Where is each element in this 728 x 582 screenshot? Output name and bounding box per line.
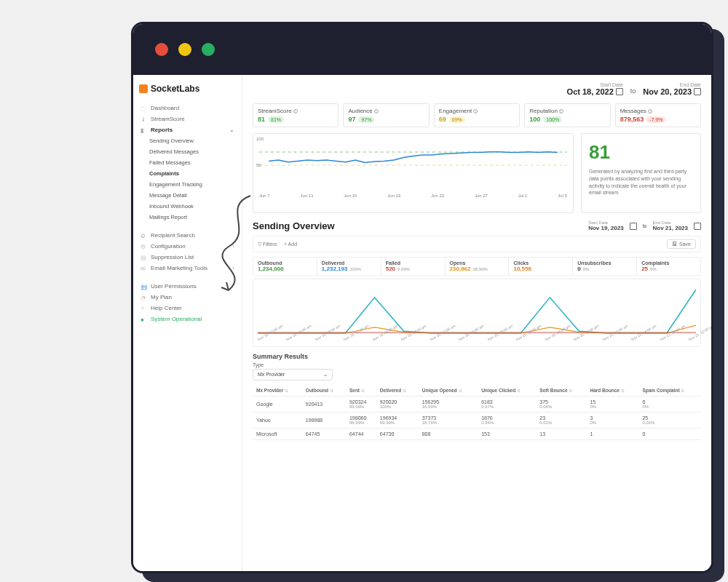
nav-reports-delivered-messages[interactable]: Delivered Messages bbox=[139, 146, 236, 157]
score-summary: 81 Generated by analyzing first and thir… bbox=[581, 133, 701, 213]
filters-label: ▽ Filters: bbox=[258, 242, 278, 247]
type-label: Type bbox=[253, 362, 701, 367]
main-content: Start Date Oct 18, 2022 to End Date Nov … bbox=[242, 75, 711, 571]
calendar-icon[interactable] bbox=[694, 223, 701, 230]
score-description: Generated by analyzing first and third-p… bbox=[589, 168, 693, 196]
nav-email-tools[interactable]: ✉Email Marketing Tools› bbox=[139, 263, 236, 274]
calendar-icon[interactable] bbox=[630, 223, 637, 230]
nav-reports-message-detail[interactable]: Message Detail bbox=[139, 190, 236, 201]
info-icon[interactable]: i bbox=[559, 109, 563, 113]
col-outbound[interactable]: Outbound ⇅ bbox=[302, 385, 346, 396]
metrics-row: Outbound 1,234,000Delivered 1,232,193100… bbox=[253, 257, 701, 276]
kpi-engagement[interactable]: Engagementi 6969% bbox=[434, 103, 520, 127]
nav-suppression[interactable]: ▤Suppression List bbox=[139, 252, 236, 263]
table-row[interactable]: Google 920413 92032499.96% 920020100% 15… bbox=[253, 396, 701, 412]
sidebar: SocketLabs ◌Dashboard 🌡StreamScore ▮Repo… bbox=[133, 75, 242, 571]
kpi-streamscore[interactable]: StreamScorei 8181% bbox=[253, 103, 339, 127]
end-date-label: End Date bbox=[643, 82, 701, 87]
nav-help[interactable]: ?Help Center bbox=[139, 303, 236, 314]
window-minimize-icon[interactable] bbox=[178, 43, 191, 56]
nav-recipient-search[interactable]: ✿Recipient Search bbox=[139, 230, 236, 241]
chevron-down-icon: ⌄ bbox=[229, 127, 234, 133]
window-close-icon[interactable] bbox=[155, 43, 168, 56]
add-filter-button[interactable]: + Add bbox=[284, 242, 297, 247]
nav-reports-engagement-tracking[interactable]: Engagement Tracking bbox=[139, 179, 236, 190]
sort-icon: ⇅ bbox=[330, 388, 333, 393]
table-row[interactable]: Yahoo 198988 19806099.99% 19693499.99% 3… bbox=[253, 412, 701, 428]
nav-dashboard[interactable]: ◌Dashboard bbox=[139, 103, 236, 113]
window-titlebar bbox=[133, 24, 711, 75]
sort-icon: ⇅ bbox=[361, 388, 365, 393]
info-icon[interactable]: i bbox=[473, 109, 478, 113]
col-soft-bounce[interactable]: Soft Bounce ⇅ bbox=[536, 385, 586, 396]
brand-name: SocketLabs bbox=[151, 84, 199, 94]
window-maximize-icon[interactable] bbox=[202, 43, 215, 56]
sort-icon: ⇅ bbox=[459, 388, 462, 393]
save-button[interactable]: 🖫 Save bbox=[667, 239, 696, 249]
brand-logo: SocketLabs bbox=[139, 84, 236, 94]
sending-date-range[interactable]: Start DateNov 19, 2023 to End DateNov 21… bbox=[588, 220, 701, 231]
sort-icon: ⇅ bbox=[569, 388, 572, 393]
info-icon[interactable]: i bbox=[648, 109, 652, 113]
kpi-reputation[interactable]: Reputationi 100100% bbox=[524, 103, 610, 127]
nav-reports-mailings-report[interactable]: Mailings Report bbox=[139, 212, 236, 223]
sort-icon: ⇅ bbox=[621, 388, 625, 393]
nav-streamscore[interactable]: 🌡StreamScore bbox=[139, 113, 236, 124]
metric-delivered[interactable]: Delivered 1,232,193100% bbox=[317, 258, 381, 275]
summary-title: Summary Results bbox=[253, 353, 701, 360]
metric-outbound[interactable]: Outbound 1,234,000 bbox=[253, 258, 317, 275]
table-row[interactable]: Microsoft 64745 64744 64730 808 153 13 1… bbox=[253, 428, 701, 440]
col-unique-opened[interactable]: Unique Opened ⇅ bbox=[419, 385, 478, 396]
col-hard-bounce[interactable]: Hard Bounce ⇅ bbox=[586, 385, 638, 396]
metric-failed[interactable]: Failed 5200.09% bbox=[381, 258, 446, 275]
info-icon[interactable]: i bbox=[374, 109, 379, 113]
sort-icon: ⇅ bbox=[517, 388, 521, 393]
sort-icon: ⇅ bbox=[681, 388, 684, 393]
type-select[interactable]: Mx Provider ⌄ bbox=[253, 369, 333, 380]
metric-complaints[interactable]: Complaints 250% bbox=[637, 258, 700, 275]
score-value: 81 bbox=[589, 141, 693, 164]
nav-reports-inbound-webhook[interactable]: Inbound Webhook bbox=[139, 201, 236, 212]
col-spam-complaint[interactable]: Spam Complaint ⇅ bbox=[638, 385, 701, 396]
metric-opens[interactable]: Opens 230,86218.99% bbox=[446, 258, 510, 275]
col-delivered[interactable]: Delivered ⇅ bbox=[376, 385, 419, 396]
info-icon[interactable]: i bbox=[293, 109, 298, 113]
date-to-label: to bbox=[630, 87, 636, 95]
sort-icon: ⇅ bbox=[403, 388, 406, 393]
sort-icon: ⇅ bbox=[285, 388, 288, 393]
calendar-icon[interactable] bbox=[694, 88, 701, 95]
logo-icon bbox=[139, 84, 148, 93]
streamscore-chart: 100 50 Jun 7Jun 11Jun 15Jun 19Jun 23Jun … bbox=[253, 133, 574, 213]
start-date-label: Start Date bbox=[567, 82, 623, 87]
nav-reports-sending-overview[interactable]: Sending Overview bbox=[139, 135, 236, 146]
col-unique-clicked[interactable]: Unique Clicked ⇅ bbox=[478, 385, 536, 396]
kpi-messages[interactable]: Messagesi 879,563-7.9% bbox=[615, 103, 701, 127]
filter-bar: ▽ Filters: + Add 🖫 Save bbox=[253, 236, 701, 252]
metric-unsubscribes[interactable]: Unsubscribes 00% bbox=[573, 258, 637, 275]
date-range-picker[interactable]: Start Date Oct 18, 2022 to End Date Nov … bbox=[567, 82, 701, 96]
nav-my-plan[interactable]: ◔My Plan bbox=[139, 292, 236, 303]
nav-reports[interactable]: ▮Reports⌄ bbox=[139, 124, 236, 135]
nav-reports-complaints[interactable]: Complaints bbox=[139, 168, 236, 179]
summary-table: Mx Provider ⇅Outbound ⇅Sent ⇅Delivered ⇅… bbox=[253, 385, 701, 440]
chevron-right-icon: › bbox=[232, 265, 234, 271]
chevron-right-icon: › bbox=[232, 243, 234, 250]
calendar-icon[interactable] bbox=[616, 88, 623, 95]
section-title: Sending Overview bbox=[253, 220, 335, 231]
end-date-value: Nov 20, 2023 bbox=[643, 87, 692, 96]
nav-configuration[interactable]: ⚙Configuration› bbox=[139, 241, 236, 252]
app-window: SocketLabs ◌Dashboard 🌡StreamScore ▮Repo… bbox=[131, 22, 713, 573]
nav-reports-failed-messages[interactable]: Failed Messages bbox=[139, 157, 236, 168]
kpi-row: StreamScorei 8181%Audiencei 9797%Engagem… bbox=[253, 103, 701, 127]
nav-system-status[interactable]: ●System Operational bbox=[139, 314, 236, 324]
metric-clicks[interactable]: Clicks 10,558 bbox=[509, 258, 573, 275]
sending-chart: Nov 19, 12:00 amNov 19, 04:00 amNov 19, … bbox=[253, 279, 701, 347]
chevron-down-icon: ⌄ bbox=[323, 372, 328, 378]
col-sent[interactable]: Sent ⇅ bbox=[346, 385, 376, 396]
col-mx-provider[interactable]: Mx Provider ⇅ bbox=[253, 385, 302, 396]
kpi-audience[interactable]: Audiencei 9797% bbox=[343, 103, 429, 127]
start-date-value: Oct 18, 2022 bbox=[567, 87, 614, 96]
nav-user-permissions[interactable]: 👥User Permissions bbox=[139, 281, 236, 292]
